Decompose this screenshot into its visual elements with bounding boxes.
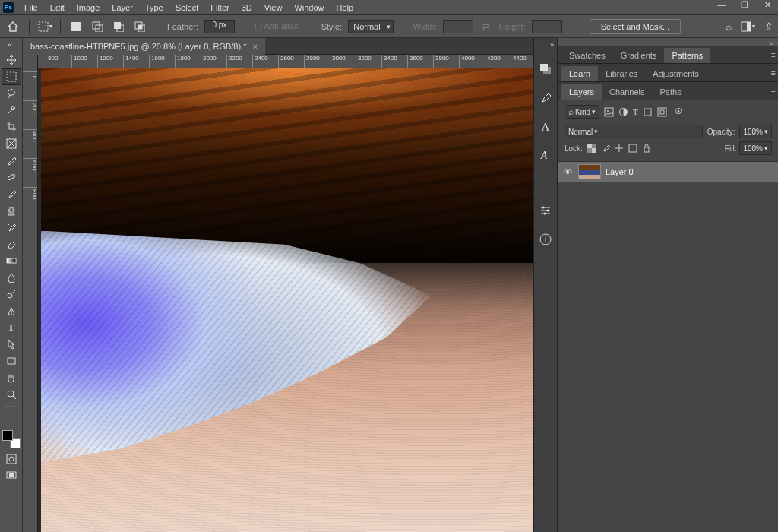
foreground-color-swatch[interactable]	[2, 430, 13, 441]
crop-tool[interactable]	[2, 119, 21, 135]
dodge-tool[interactable]	[2, 286, 21, 302]
menu-help[interactable]: Help	[330, 2, 360, 14]
marquee-tool[interactable]	[2, 68, 21, 85]
opacity-input[interactable]: 100%	[739, 125, 772, 138]
color-swatches[interactable]	[2, 430, 21, 448]
selection-add-button[interactable]	[90, 19, 105, 34]
filter-pixel-icon[interactable]	[604, 107, 614, 117]
feather-input[interactable]: 0 px	[204, 20, 235, 33]
lasso-tool[interactable]	[2, 85, 21, 102]
menu-layer[interactable]: Layer	[106, 2, 139, 14]
type-tool[interactable]: T	[2, 319, 21, 336]
document-tab[interactable]: bass-coastline-HTBPNE5.jpg @ 20.8% (Laye…	[23, 38, 265, 55]
history-brush-tool[interactable]	[2, 219, 21, 236]
magic-wand-tool[interactable]	[2, 102, 21, 119]
tab-learn[interactable]: Learn	[561, 66, 598, 81]
menu-window[interactable]: Window	[288, 2, 330, 14]
layers-panel-menu[interactable]: ≡	[771, 87, 775, 96]
menu-image[interactable]: Image	[71, 2, 106, 14]
color-panel-icon[interactable]	[537, 61, 554, 78]
character-panel-icon[interactable]: A	[537, 119, 554, 135]
search-button[interactable]: ⌕	[726, 21, 732, 33]
window-minimize-button[interactable]: —	[714, 0, 729, 10]
selection-intersect-button[interactable]	[132, 19, 147, 34]
tab-layers[interactable]: Layers	[561, 84, 602, 100]
swatches-panel-menu[interactable]: ≡	[771, 50, 775, 59]
canvas[interactable]	[38, 68, 533, 532]
marquee-tool-preset[interactable]: ▾	[37, 19, 52, 34]
menu-file[interactable]: File	[18, 2, 44, 14]
share-button[interactable]: ⇪	[764, 21, 773, 33]
blur-tool[interactable]	[2, 269, 21, 286]
height-label: Height:	[499, 22, 526, 31]
menu-view[interactable]: View	[258, 2, 289, 14]
tab-libraries[interactable]: Libraries	[598, 66, 645, 81]
hand-tool[interactable]	[2, 369, 21, 386]
paragraph-panel-icon[interactable]: A|	[537, 147, 554, 164]
lock-transparency-button[interactable]	[587, 144, 596, 153]
layer-name[interactable]: Layer 0	[606, 167, 634, 176]
menu-3d[interactable]: 3D	[236, 2, 258, 14]
lock-artboard-button[interactable]	[628, 144, 637, 153]
path-select-tool[interactable]	[2, 336, 21, 353]
eyedropper-tool[interactable]	[2, 152, 21, 169]
properties-panel-icon[interactable]	[537, 202, 554, 219]
layer-visibility-toggle[interactable]: 👁	[561, 167, 574, 176]
healing-brush-tool[interactable]	[2, 169, 21, 185]
style-select[interactable]: Normal	[348, 20, 393, 33]
move-tool[interactable]	[2, 52, 21, 68]
ruler-vertical[interactable]: 0200400600800	[23, 68, 38, 532]
filter-type-icon[interactable]: T	[633, 107, 638, 117]
tab-adjustments[interactable]: Adjustments	[645, 66, 707, 81]
lock-all-button[interactable]	[642, 144, 651, 153]
tab-channels[interactable]: Channels	[602, 84, 652, 100]
shape-tool[interactable]	[2, 353, 21, 369]
home-button[interactable]	[5, 18, 21, 35]
screen-mode-toggle[interactable]	[3, 470, 20, 482]
fill-input[interactable]: 100%	[739, 141, 772, 155]
filter-smart-icon[interactable]	[657, 107, 667, 117]
layer-filter-kind[interactable]: Kind	[565, 105, 599, 119]
tool-column-toggle[interactable]: »	[8, 41, 15, 52]
layer-row[interactable]: 👁 Layer 0	[558, 161, 778, 182]
ruler-horizontal[interactable]: 8001000120014001600180020002200240026002…	[38, 55, 533, 68]
zoom-tool[interactable]	[2, 386, 21, 403]
filter-adjust-icon[interactable]	[618, 107, 628, 117]
brushes-panel-icon[interactable]	[537, 90, 554, 106]
frame-tool[interactable]	[2, 135, 21, 152]
selection-subtract-button[interactable]	[111, 19, 126, 34]
lock-pixels-button[interactable]	[601, 144, 610, 153]
info-panel-icon[interactable]: i	[537, 231, 554, 248]
edit-toolbar-button[interactable]: ⋯	[2, 412, 21, 429]
filter-shape-icon[interactable]	[643, 107, 653, 117]
document-tab-close[interactable]: ×	[252, 42, 257, 51]
quick-mask-toggle[interactable]	[3, 453, 20, 465]
panel-strip-toggle[interactable]: »	[550, 41, 554, 49]
feather-label: Feather:	[167, 22, 198, 31]
brush-tool[interactable]	[2, 185, 21, 202]
menu-filter[interactable]: Filter	[204, 2, 235, 14]
ruler-origin[interactable]	[23, 55, 38, 68]
gradient-tool[interactable]	[2, 252, 21, 269]
tab-patterns[interactable]: Patterns	[664, 48, 710, 63]
window-close-button[interactable]: ✕	[760, 0, 775, 10]
learn-panel-menu[interactable]: ≡	[771, 68, 775, 78]
selection-new-button[interactable]	[68, 19, 84, 34]
blend-mode-select[interactable]: Normal	[565, 125, 703, 138]
menu-select[interactable]: Select	[169, 2, 205, 14]
workspace-switcher[interactable]: ▾	[741, 21, 755, 33]
tab-swatches[interactable]: Swatches	[561, 48, 613, 63]
tab-gradients[interactable]: Gradients	[613, 48, 665, 63]
select-and-mask-button[interactable]: Select and Mask...	[590, 19, 682, 34]
lock-position-button[interactable]	[615, 144, 624, 153]
pen-tool[interactable]	[2, 302, 21, 319]
layer-thumbnail[interactable]	[578, 164, 601, 179]
tab-paths[interactable]: Paths	[653, 84, 689, 100]
eraser-tool[interactable]	[2, 236, 21, 252]
window-restore-button[interactable]: ❐	[737, 0, 752, 10]
menu-type[interactable]: Type	[139, 2, 169, 14]
filter-toggle-switch[interactable]: ⦿	[675, 107, 682, 117]
move-lock-icon	[615, 144, 624, 153]
clone-stamp-tool[interactable]	[2, 202, 21, 219]
menu-edit[interactable]: Edit	[44, 2, 71, 14]
